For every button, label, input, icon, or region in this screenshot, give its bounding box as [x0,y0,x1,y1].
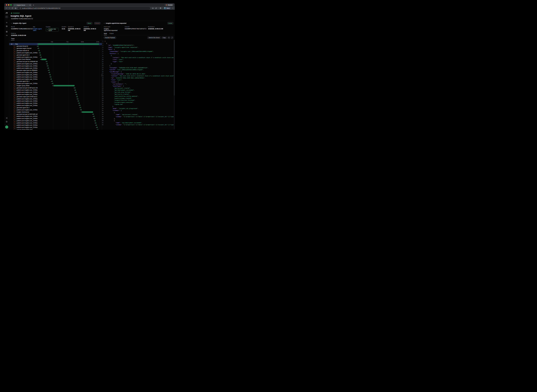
cancel-button[interactable]: Cancel [94,22,101,24]
help-icon[interactable] [5,120,8,123]
maximize-window-icon[interactable] [10,4,12,5]
url-bar[interactable]: localhost:8288/run?runID=01KHRMPW77GVMAJ… [18,7,150,9]
extensions-icon[interactable] [155,7,157,9]
step-step-icon [14,96,15,98]
gemini-badge[interactable]: Gemini [165,4,174,6]
trace-row[interactable]: generate-output-part-id-c458648f-8d6... [9,69,102,71]
bookmark-star-icon[interactable] [152,7,154,9]
expand-icon[interactable] [171,36,173,39]
trace-row[interactable]: publish:user:insights:user_2VH6zowmh... [9,124,102,126]
function-name: Insights SQL Agent [48,28,58,31]
trace-row[interactable]: generate-agent-ids-2 [9,107,102,109]
tab-close-icon[interactable]: ✕ [29,5,31,6]
copy-button[interactable]: Copy [162,37,167,39]
trace-row[interactable]: publish:user:insights:user_2VH6zowmh... [9,115,102,117]
trace-row[interactable]: generate-tool-part-id-c458648f-8d60-... [9,61,102,63]
profile-chip[interactable]: Work [164,7,171,9]
trace-row[interactable]: publish:user:insights:user_2VH6zowmh... [9,120,102,122]
forward-icon[interactable] [8,7,11,9]
trace-row[interactable]: publish:user:insights:user_2VH6zowmh... [9,109,102,111]
step-step-icon [14,98,15,100]
field-queued: Queued at 2/18/2026, 10:08:15 AM [68,26,81,32]
trace-row[interactable]: publish:user:insights:user_2VH6zowmh... [9,71,102,74]
trace-row[interactable]: publish:user:insights:user_2VH6zowmh... [9,122,102,124]
dev-tools-button[interactable] [5,126,8,129]
line-number: 31 [102,101,105,103]
trace-row[interactable]: publish:user:insights:user_2VH6zowmh... [9,89,102,91]
line-number: 27 [102,93,105,95]
send-to-dev-server-button[interactable]: Send to Dev Server [148,37,161,39]
url-text[interactable]: localhost:8288/run?runID=01KHRMPW77GVMAJ… [22,8,60,9]
trace-row[interactable]: Insights Event Matcher [9,58,102,61]
run-children-count[interactable]: 40 [10,43,14,45]
runs-list-icon[interactable] [5,21,8,24]
tab-output[interactable]: Output [110,33,114,35]
tab-trace[interactable]: Trace [11,38,14,40]
trace-row[interactable]: generate-network-id [9,50,102,52]
trace-row[interactable]: generate-text-part-id-9357e5f0-a530-4... [9,113,102,115]
browser-tab[interactable]: Inngest Server ✕ [13,4,32,7]
collapse-event-icon[interactable] [104,23,105,24]
terminal-list-icon[interactable] [5,34,8,37]
trace-row[interactable]: publish:user:insights:user_2VH6zowmh... [9,82,102,85]
trace-row[interactable]: publish:user:insights:user_2VH6zowmh... [9,52,102,54]
window-controls[interactable] [4,3,13,7]
trace-row[interactable]: generate-thread-id [9,45,102,47]
trace-row[interactable]: publish:user:insights:user_2VH6zowmh... [9,76,102,78]
function-pill[interactable]: Insights SQL Agent [46,28,59,32]
trace-row[interactable]: generate-target-channel [9,47,102,50]
trace-row[interactable]: publish:user:insights:user_2VH6zowmh... [9,65,102,67]
close-window-icon[interactable] [6,4,7,5]
trace-row[interactable]: generate-agent-ids-1 [9,80,102,82]
trace-row[interactable]: generate-tool-part-id-887aa111-5d4e-45..… [9,87,102,89]
function-payload-button[interactable]: Function Payload [104,36,116,39]
dev-server-badge[interactable]: DV [5,15,8,18]
new-tab-button[interactable]: + [33,4,34,6]
back-icon[interactable] [5,7,8,9]
trace-row[interactable]: publish:user:insights:user_2VH6zowmh... [9,91,102,93]
trace-row[interactable]: publish:user:insights:user_2VH6zowmh... [9,102,102,104]
payload-code[interactable]: 1[2 {3 "id": "01KHRMPVZP0V977KAT2GP3ST7J… [102,40,174,130]
trace-row[interactable]: publish:user:insights:user_2VH6zowmh... [9,126,102,129]
browser-menu-icon[interactable] [171,7,174,9]
run-row[interactable]: 40 Run [9,43,102,45]
minimize-window-icon[interactable] [8,4,9,5]
trace-row[interactable]: publish:user:insights:user_2VH6zowmh... [9,98,102,100]
rerun-button[interactable]: Rerun [87,22,92,24]
trace-row[interactable]: publish:user:insights:user_2VH6zowmh... [9,117,102,120]
trace-row[interactable]: publish:user:insights:user_2VH6zowmh... [9,56,102,58]
home-icon[interactable] [14,7,17,9]
trace-row[interactable]: generate-agent-ids-0 [9,54,102,56]
trace-row[interactable]: publish:user:insights:user_2VH6zowmh... [9,93,102,96]
inngest-logo-icon-sidebar[interactable] [5,11,8,14]
tab-input[interactable]: Input [104,33,107,35]
step-step-icon [14,100,15,102]
app-link[interactable]: insights-agent-client [33,28,43,31]
reload-icon[interactable] [11,7,14,9]
event-search-icon[interactable] [5,25,8,28]
collapse-run-icon[interactable] [11,23,12,24]
trace-row[interactable]: publish:user:insights:user_2VH6zowmh... [9,78,102,80]
invoke-button[interactable]: Invoke [167,22,173,24]
pane-resize-handle[interactable] [101,74,102,77]
browser-toolbar: localhost:8288/run?runID=01KHRMPW77GVMAJ… [4,7,175,10]
field-label: Function [46,26,59,28]
site-info-icon[interactable] [19,7,21,9]
trace-row[interactable]: publish:user:insights:user_2VH6zowmh... [9,104,102,107]
sidebar-search-icon[interactable] [159,7,162,9]
trace-row[interactable]: publish:user:insights:user_2VH6zowmh... [9,67,102,69]
apps-icon[interactable] [5,30,8,33]
trace-row[interactable]: generate-output-part-id-887aa111-5d4e... [9,96,102,98]
trace-row[interactable]: Insights Query Writer [9,85,102,87]
status-badge: Completed [11,12,175,14]
trace-row[interactable]: capture-observability-data [9,129,102,130]
word-wrap-icon[interactable] [168,36,170,39]
trace-row[interactable]: publish:user:insights:user_2VH6zowmh... [9,100,102,102]
trace-row[interactable]: publish:user:insights:user_2VH6zowmh... [9,74,102,76]
trace-row[interactable]: publish:user:insights:user_2VH6zowmh... [9,63,102,65]
trace-row-label: publish:user:insights:user_2VH6zowmh... [17,72,38,73]
share-icon[interactable] [5,117,8,120]
code-scrollbar[interactable] [174,40,175,130]
duration-bar [48,65,48,67]
trace-row[interactable]: Insights Summarizer [9,111,102,113]
